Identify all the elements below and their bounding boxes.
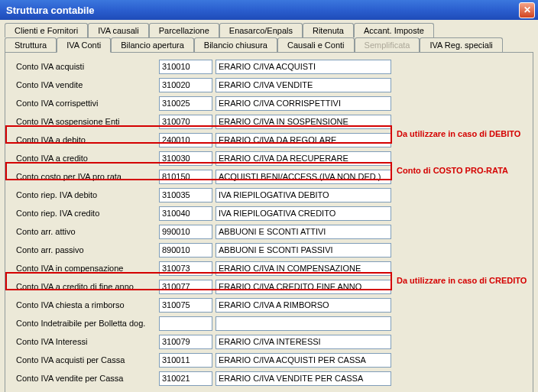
row1-tab-3[interactable]: Enasarco/Enpals	[219, 23, 303, 37]
desc-input[interactable]	[216, 115, 391, 129]
row-label: Conto IVA vendite per Cassa	[10, 374, 159, 383]
code-input[interactable]	[159, 261, 212, 276]
desc-input[interactable]	[216, 353, 391, 368]
row2-tab-1[interactable]: IVA Conti	[57, 37, 111, 53]
code-input[interactable]	[159, 188, 212, 202]
row-label: Conto IVA vendite	[10, 80, 159, 89]
row-label: Conto IVA acquisti per Cassa	[10, 355, 159, 364]
desc-input[interactable]	[216, 261, 391, 276]
form-row: Conto Indetraibile per Bolletta dog.	[10, 314, 528, 332]
row-label: Conto riep. IVA debito	[10, 190, 159, 199]
code-input[interactable]	[159, 225, 212, 239]
row1-tab-1[interactable]: IVA causali	[88, 23, 149, 37]
annotation: Da utilizzare in caso di DEBITO	[397, 129, 520, 138]
window-title: Struttura contabile	[6, 5, 519, 16]
row-label: Conto costo per IVA pro rata	[10, 172, 159, 181]
desc-input[interactable]	[216, 170, 391, 184]
code-input[interactable]	[159, 170, 212, 184]
tabs-row-1: Clienti e FornitoriIVA causaliParcellazi…	[5, 23, 533, 37]
row-label: Conto arr. passivo	[10, 245, 159, 254]
form-row: Conto IVA acquisti per Cassa	[10, 351, 528, 369]
row-label: Conto IVA a credito di fine anno	[10, 282, 159, 291]
code-input[interactable]	[159, 133, 212, 147]
desc-input[interactable]	[216, 151, 391, 166]
row-label: Conto IVA corrispettivi	[10, 99, 159, 108]
code-input[interactable]	[159, 353, 212, 368]
desc-input[interactable]	[216, 298, 391, 313]
code-input[interactable]	[159, 316, 212, 331]
code-input[interactable]	[159, 335, 212, 349]
row-label: Conto Indetraibile per Bolletta dog.	[10, 319, 159, 328]
row2-tab-6[interactable]: IVA Reg. speciali	[420, 37, 502, 53]
desc-input[interactable]	[216, 225, 391, 239]
tabs-row-2: StrutturaIVA ContiBilancio aperturaBilan…	[5, 37, 533, 53]
row-label: Conto IVA Interessi	[10, 337, 159, 346]
code-input[interactable]	[159, 243, 212, 258]
row1-tab-0[interactable]: Clienti e Fornitori	[5, 23, 88, 37]
desc-input[interactable]	[216, 60, 391, 74]
form-row: Conto IVA acquisti	[10, 57, 528, 76]
form-row: Conto IVA vendite	[10, 76, 528, 94]
desc-input[interactable]	[216, 188, 391, 202]
row1-tab-5[interactable]: Accant. Imposte	[354, 23, 434, 37]
desc-input[interactable]	[216, 316, 391, 331]
row1-tab-2[interactable]: Parcellazione	[149, 23, 219, 37]
desc-input[interactable]	[216, 335, 391, 349]
row2-tab-3[interactable]: Bilancio chiusura	[194, 37, 277, 53]
desc-input[interactable]	[216, 371, 391, 386]
desc-input[interactable]	[216, 243, 391, 258]
code-input[interactable]	[159, 280, 212, 294]
form-row: Conto IVA in compensazione	[10, 259, 528, 277]
form-row: Conto riep. IVA debito	[10, 186, 528, 204]
form-area: Conto IVA acquistiConto IVA venditeConto…	[5, 52, 533, 392]
form-row: Conto IVA corrispettivi	[10, 94, 528, 112]
row-label: Conto IVA acquisti	[10, 62, 159, 71]
annotation: Conto di COSTO PRO-RATA	[397, 166, 508, 175]
row-label: Conto IVA sospensione Enti	[10, 117, 159, 126]
code-input[interactable]	[159, 371, 212, 386]
form-row: Conto IVA sospensione Enti	[10, 112, 528, 131]
code-input[interactable]	[159, 78, 212, 92]
code-input[interactable]	[159, 151, 212, 166]
desc-input[interactable]	[216, 133, 391, 147]
desc-input[interactable]	[216, 206, 391, 221]
close-icon[interactable]: ✕	[519, 2, 535, 18]
row-label: Conto IVA a credito	[10, 154, 159, 163]
code-input[interactable]	[159, 60, 212, 74]
form-row: Conto IVA chiesta a rimborso	[10, 296, 528, 314]
form-row: Conto arr. passivo	[10, 241, 528, 259]
row-label: Conto riep. IVA credito	[10, 209, 159, 218]
titlebar: Struttura contabile ✕	[0, 0, 538, 20]
form-row: Conto arr. attivo	[10, 222, 528, 241]
row2-tab-4[interactable]: Causali e Conti	[277, 37, 355, 53]
row-label: Conto IVA chiesta a rimborso	[10, 300, 159, 309]
form-row: Conto IVA Interessi	[10, 332, 528, 351]
form-row: Conto IVA a credito	[10, 149, 528, 167]
row2-tab-0[interactable]: Struttura	[5, 37, 57, 53]
row-label: Conto IVA in compensazione	[10, 264, 159, 273]
desc-input[interactable]	[216, 78, 391, 92]
row1-tab-4[interactable]: Ritenuta	[303, 23, 354, 37]
code-input[interactable]	[159, 115, 212, 129]
row-label: Conto IVA a debito	[10, 135, 159, 144]
code-input[interactable]	[159, 206, 212, 221]
row2-tab-2[interactable]: Bilancio apertura	[111, 37, 194, 53]
row2-tab-5: Semplificata	[355, 37, 420, 53]
desc-input[interactable]	[216, 96, 391, 111]
desc-input[interactable]	[216, 280, 391, 294]
code-input[interactable]	[159, 96, 212, 111]
annotation: Da utilizzare in caso di CREDITO	[397, 276, 527, 285]
code-input[interactable]	[159, 298, 212, 313]
row-label: Conto arr. attivo	[10, 227, 159, 236]
form-row: Conto IVA vendite per Cassa	[10, 369, 528, 387]
form-row: Conto riep. IVA credito	[10, 204, 528, 222]
